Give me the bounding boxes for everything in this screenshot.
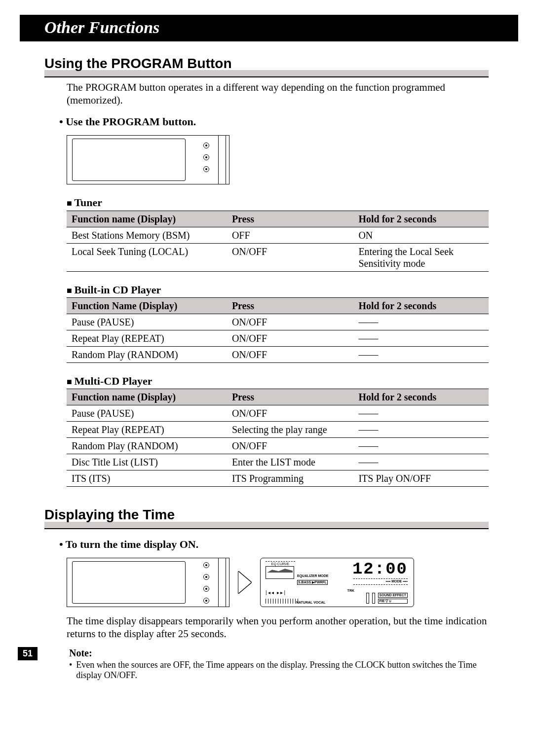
table-row: Local Seek Tuning (LOCAL) ON/OFF Enterin…: [67, 243, 489, 271]
prev-next-icon: |◂◂ ▸▸|: [266, 590, 286, 596]
bullet-icon: •: [69, 660, 72, 681]
eq-graph-icon: [266, 566, 294, 579]
device-illustration: [67, 558, 229, 607]
table-row: Pause (PAUSE) ON/OFF ——: [67, 405, 489, 422]
small-button-icon: [203, 574, 209, 580]
td: OFF: [227, 227, 354, 243]
small-button-icon: [203, 143, 209, 148]
lcd-time: 12:00: [352, 559, 408, 579]
equalizer-mode-label: EQUALIZER MODE: [297, 574, 328, 578]
table-cd: Function Name (Display) Press Hold for 2…: [67, 298, 489, 363]
device-panel: [72, 561, 186, 604]
td: Entering the Local Seek Sensitivity mode: [353, 243, 489, 271]
td: ITS Programming: [227, 470, 354, 487]
bar-icon: [372, 593, 375, 604]
td: ——: [353, 422, 489, 438]
device-panel: [72, 139, 186, 181]
table-tuner: Function name (Display) Press Hold for 2…: [67, 211, 489, 272]
table-row: Disc Title List (LIST) Enter the LIST mo…: [67, 454, 489, 470]
time-body-text: The time display disappears temporarily …: [67, 615, 489, 640]
th: Function name (Display): [67, 211, 227, 227]
page-number: 51: [18, 647, 38, 661]
td: ——: [353, 330, 489, 346]
th: Hold for 2 seconds: [353, 389, 489, 405]
mode-label: •••• MODE ••••: [353, 578, 408, 585]
section-heading-program: Using the PROGRAM Button: [44, 55, 489, 78]
natural-vocal-label: NATURAL VOCAL: [296, 601, 326, 605]
td: Pause (PAUSE): [67, 405, 227, 422]
device-edge: [218, 558, 229, 607]
sound-effect-label: SOUND EFFECT: [378, 593, 408, 598]
td: Disc Title List (LIST): [67, 454, 227, 470]
arrow-right-icon: [238, 572, 251, 593]
td: ON/OFF: [227, 243, 354, 271]
sbass-label: S.BASS ▶PWRFL: [297, 580, 328, 585]
td: ——: [353, 314, 489, 330]
td: ON/OFF: [227, 438, 354, 454]
td: ITS Play ON/OFF: [353, 470, 489, 487]
td: Repeat Play (REPEAT): [67, 422, 227, 438]
time-illustration-row: EQ CURVE EQUALIZER MODE S.BASS ▶PWRFL NA…: [67, 558, 489, 607]
chapter-banner: Other Functions: [20, 15, 518, 41]
th: Press: [227, 211, 354, 227]
td: Random Play (RANDOM): [67, 438, 227, 454]
table-row: Pause (PAUSE) ON/OFF ——: [67, 314, 489, 330]
intro-text: The PROGRAM button operates in a differe…: [67, 81, 489, 106]
eq-curve-label: EQ CURVE: [266, 561, 295, 566]
small-button-icon: [203, 166, 209, 172]
td: ON/OFF: [227, 346, 354, 362]
device-buttons: [203, 143, 209, 172]
td: Enter the LIST mode: [227, 454, 354, 470]
table-row: Repeat Play (REPEAT) Selecting the play …: [67, 422, 489, 438]
table-row: Best Stations Memory (BSM) OFF ON: [67, 227, 489, 243]
lcd-right-bottom: SOUND EFFECT FIE ▽ ∪: [366, 593, 408, 604]
small-button-icon: [203, 562, 209, 568]
td: ——: [353, 454, 489, 470]
td: ON/OFF: [227, 405, 354, 422]
ticks-icon: [266, 599, 300, 604]
subhead-multi: Multi-CD Player: [67, 375, 489, 389]
small-button-icon: [203, 598, 209, 604]
td: Repeat Play (REPEAT): [67, 330, 227, 346]
td: Random Play (RANDOM): [67, 346, 227, 362]
bullet-program: Use the PROGRAM button.: [59, 115, 489, 128]
td: ON/OFF: [227, 314, 354, 330]
td: ——: [353, 438, 489, 454]
device-buttons: [203, 562, 209, 604]
td: ON/OFF: [227, 330, 354, 346]
lcd-display: EQ CURVE EQUALIZER MODE S.BASS ▶PWRFL NA…: [260, 558, 414, 607]
th: Function Name (Display): [67, 298, 227, 314]
device-illustration: [67, 135, 229, 184]
td: ON: [353, 227, 489, 243]
small-button-icon: [203, 586, 209, 592]
th: Hold for 2 seconds: [353, 298, 489, 314]
td: Local Seek Tuning (LOCAL): [67, 243, 227, 271]
td: Pause (PAUSE): [67, 314, 227, 330]
table-row: Random Play (RANDOM) ON/OFF ——: [67, 438, 489, 454]
td: ITS (ITS): [67, 470, 227, 487]
trk-label: TRK: [347, 589, 354, 593]
td: ——: [353, 405, 489, 422]
td: Best Stations Memory (BSM): [67, 227, 227, 243]
mode-text: •••• MODE ••••: [386, 579, 408, 583]
bullet-time: To turn the time display ON.: [59, 538, 489, 551]
note-label: Note:: [69, 647, 489, 659]
bar-icon: [366, 593, 369, 604]
fie-label: FIE ▽ ∪: [378, 599, 408, 604]
table-row: Random Play (RANDOM) ON/OFF ——: [67, 346, 489, 362]
td: Selecting the play range: [227, 422, 354, 438]
table-multi: Function name (Display) Press Hold for 2…: [67, 389, 489, 487]
subhead-cd: Built-in CD Player: [67, 284, 489, 298]
th: Hold for 2 seconds: [353, 211, 489, 227]
td: ——: [353, 346, 489, 362]
th: Function name (Display): [67, 389, 227, 405]
lcd-labels: EQUALIZER MODE S.BASS ▶PWRFL: [297, 574, 328, 586]
th: Press: [227, 298, 354, 314]
th: Press: [227, 389, 354, 405]
section-heading-time: Displaying the Time: [44, 506, 489, 529]
note-text: Even when the sources are OFF, the Time …: [76, 660, 489, 681]
device-edge: [218, 136, 229, 184]
table-row: Repeat Play (REPEAT) ON/OFF ——: [67, 330, 489, 346]
subhead-tuner: Tuner: [67, 196, 489, 211]
small-button-icon: [203, 154, 209, 160]
